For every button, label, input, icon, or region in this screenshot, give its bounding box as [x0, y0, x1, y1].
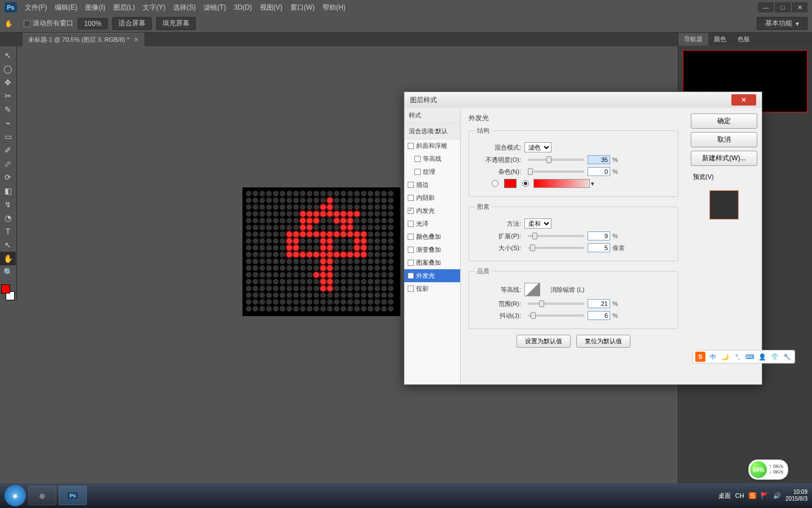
network-meter[interactable]: 64% ↑ 0K/s ↓ 0K/s	[748, 459, 788, 480]
ime-punct-icon[interactable]: °,	[732, 352, 743, 362]
effect-item[interactable]: 等高线	[404, 152, 460, 165]
size-input[interactable]	[588, 243, 610, 252]
new-style-button[interactable]: 新建样式(W)...	[691, 151, 757, 166]
set-default-button[interactable]: 设置为默认值	[517, 335, 571, 348]
start-button[interactable]: ◉	[5, 485, 26, 506]
jitter-slider[interactable]	[528, 314, 584, 317]
tool-13[interactable]: T	[0, 225, 16, 238]
tray-sogou-icon[interactable]: S	[749, 492, 756, 499]
panel-tab-color[interactable]: 颜色	[708, 33, 732, 46]
ime-moon-icon[interactable]: 🌙	[720, 352, 730, 362]
effect-item[interactable]: 投影	[404, 282, 460, 295]
menu-filter[interactable]: 滤镜(T)	[204, 3, 226, 12]
panel-tab-navigator[interactable]: 导航器	[678, 33, 708, 46]
glow-gradient-picker[interactable]	[533, 179, 590, 188]
jitter-input[interactable]	[588, 311, 610, 320]
minimize-button[interactable]: —	[758, 2, 774, 12]
styles-header[interactable]: 样式	[404, 108, 460, 124]
tool-11[interactable]: ↯	[0, 198, 16, 211]
menu-help[interactable]: 帮助(H)	[323, 3, 346, 12]
color-swatches[interactable]	[0, 284, 16, 300]
ime-keyboard-icon[interactable]: ⌨	[745, 352, 755, 362]
spread-slider[interactable]	[528, 235, 584, 237]
tool-7[interactable]: ✐	[0, 143, 16, 157]
tool-10[interactable]: ◧	[0, 184, 16, 198]
tool-15[interactable]: ✋	[0, 252, 16, 265]
tray-flag-icon[interactable]: 🚩	[761, 492, 769, 500]
ime-toolbar[interactable]: S 中 🌙 °, ⌨ 👤 👕 🔧	[692, 350, 795, 364]
zoom-100-button[interactable]: 100%	[78, 18, 108, 29]
spread-input[interactable]	[588, 231, 610, 240]
effect-item[interactable]: 内阴影	[404, 191, 460, 204]
menu-edit[interactable]: 编辑(E)	[55, 3, 77, 12]
effect-item[interactable]: 斜面和浮雕	[404, 139, 460, 152]
tool-6[interactable]: ▭	[0, 130, 16, 143]
tool-9[interactable]: ⟳	[0, 170, 16, 184]
taskbar-photoshop[interactable]: Ps	[59, 486, 87, 505]
taskbar-app-1[interactable]: ◎	[28, 486, 56, 505]
ime-lang-icon[interactable]: 中	[708, 352, 718, 362]
menu-file[interactable]: 文件(F)	[25, 3, 47, 12]
menu-select[interactable]: 选择(S)	[173, 3, 196, 12]
menu-image[interactable]: 图像(I)	[85, 3, 105, 12]
tool-12[interactable]: ◔	[0, 211, 16, 225]
effect-item[interactable]: 纹理	[404, 165, 460, 178]
scroll-all-checkbox[interactable]: 滚动所有窗口	[24, 19, 73, 28]
effect-item[interactable]: 外发光	[404, 269, 460, 282]
tray-lang[interactable]: CH	[735, 492, 744, 499]
effect-item[interactable]: 渐变叠加	[404, 243, 460, 256]
method-select[interactable]: 柔和	[524, 218, 551, 229]
document-tab[interactable]: 未标题-1 @ 70.5% (图层 3, RGB/8) *✕	[23, 33, 144, 46]
panel-tab-swatches[interactable]: 色板	[732, 33, 756, 46]
menu-layer[interactable]: 图层(L)	[113, 3, 135, 12]
tool-5[interactable]: ⌁	[0, 116, 16, 130]
ime-person-icon[interactable]: 👤	[757, 352, 767, 362]
menu-window[interactable]: 窗口(W)	[290, 3, 315, 12]
opacity-input[interactable]	[588, 155, 610, 164]
tool-3[interactable]: ✂	[0, 89, 16, 103]
cancel-button[interactable]: 取消	[691, 132, 757, 147]
tool-14[interactable]: ↖	[0, 238, 16, 252]
workspace-switcher[interactable]: 基本功能▾	[757, 17, 807, 30]
menu-3d[interactable]: 3D(D)	[234, 3, 252, 11]
range-input[interactable]	[588, 299, 610, 308]
blend-options-header[interactable]: 混合选项:默认	[404, 124, 460, 139]
effect-item[interactable]: 内发光	[404, 204, 460, 217]
tray-clock[interactable]: 10:09 2015/8/3	[785, 489, 807, 502]
ime-wrench-icon[interactable]: 🔧	[782, 352, 792, 362]
tool-8[interactable]: ⬀	[0, 157, 16, 170]
effect-item[interactable]: 图案叠加	[404, 256, 460, 269]
tool-4[interactable]: ✎	[0, 103, 16, 116]
size-slider[interactable]	[528, 247, 584, 249]
tray-desktop[interactable]: 桌面	[718, 492, 731, 500]
dialog-close-button[interactable]: ✕	[731, 94, 756, 106]
noise-input[interactable]	[588, 167, 610, 176]
tool-0[interactable]: ↖	[0, 49, 16, 62]
ok-button[interactable]: 确定	[691, 113, 757, 129]
glow-color-radio[interactable]	[492, 180, 498, 187]
blend-mode-select[interactable]: 滤色	[524, 142, 551, 152]
menu-view[interactable]: 视图(V)	[260, 3, 283, 12]
effect-item[interactable]: 光泽	[404, 217, 460, 230]
opacity-slider[interactable]	[528, 159, 584, 161]
close-button[interactable]: ✕	[792, 2, 807, 12]
effect-item[interactable]: 描边	[404, 178, 460, 191]
noise-slider[interactable]	[528, 170, 584, 173]
fit-screen-button[interactable]: 适合屏幕	[112, 17, 152, 30]
glow-gradient-radio[interactable]	[522, 180, 529, 187]
range-slider[interactable]	[528, 303, 584, 305]
ime-shirt-icon[interactable]: 👕	[770, 352, 780, 362]
effect-item[interactable]: 颜色叠加	[404, 230, 460, 243]
fill-screen-button[interactable]: 填充屏幕	[156, 17, 196, 30]
dialog-titlebar[interactable]: 图层样式 ✕	[404, 92, 762, 108]
reset-default-button[interactable]: 复位为默认值	[576, 335, 630, 348]
tool-16[interactable]: 🔍	[0, 265, 16, 279]
maximize-button[interactable]: □	[775, 2, 791, 12]
contour-picker[interactable]	[524, 283, 540, 296]
tab-close-icon[interactable]: ✕	[134, 36, 139, 43]
tool-1[interactable]: ◯	[0, 62, 16, 76]
tool-2[interactable]: ✥	[0, 76, 16, 89]
glow-color-swatch[interactable]	[504, 179, 517, 188]
menu-type[interactable]: 文字(Y)	[143, 3, 165, 12]
tray-volume-icon[interactable]: 🔊	[773, 492, 781, 500]
